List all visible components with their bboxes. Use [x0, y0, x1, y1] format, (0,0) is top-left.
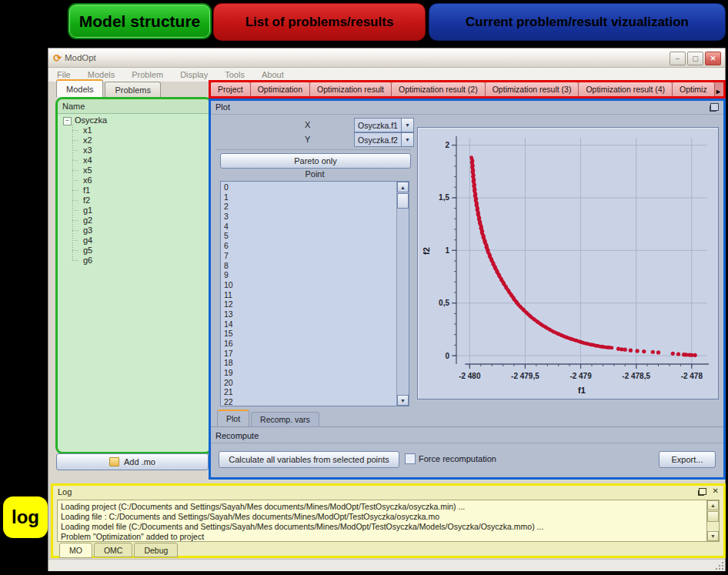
- point-list-item[interactable]: 9: [221, 270, 396, 280]
- float-dock-icon[interactable]: [710, 103, 719, 111]
- menu-file[interactable]: File: [48, 70, 79, 79]
- result-tab-optimiz[interactable]: Optimiz: [673, 82, 715, 96]
- close-button[interactable]: ✕: [705, 52, 721, 65]
- chevron-down-icon[interactable]: ▼: [401, 133, 413, 146]
- titlebar[interactable]: ⟳ ModOpt – ▢ ✕: [48, 48, 725, 68]
- point-list-item[interactable]: 18: [221, 358, 396, 368]
- y-axis-label: Y: [305, 135, 310, 144]
- tree-item-x6[interactable]: x6: [58, 176, 210, 186]
- point-list-item[interactable]: 3: [221, 212, 396, 222]
- svg-text:0,5: 0,5: [439, 299, 449, 307]
- log-output[interactable]: Loading project (C:/Documents and Settin…: [57, 500, 720, 542]
- tree-item-f1[interactable]: f1: [58, 186, 210, 196]
- collapse-expander-icon[interactable]: −: [63, 117, 72, 125]
- point-list-scrollbar[interactable]: ▲ ▼: [396, 182, 409, 406]
- calculate-variables-button[interactable]: Calculate all variables from selected po…: [219, 451, 399, 468]
- svg-text:-2 480: -2 480: [459, 372, 481, 380]
- point-list-item[interactable]: 5: [221, 231, 396, 241]
- modopt-logo-icon: ⟳: [53, 52, 62, 64]
- point-list-item[interactable]: 17: [221, 349, 396, 359]
- menu-about[interactable]: About: [253, 70, 292, 79]
- point-list-item[interactable]: 8: [221, 261, 396, 271]
- log-line: Loading model file (C:/Documents and Set…: [61, 522, 705, 532]
- scroll-down-icon[interactable]: ▼: [397, 395, 409, 406]
- point-list-item[interactable]: 22: [221, 397, 396, 406]
- tree-item-f2[interactable]: f2: [58, 196, 210, 206]
- menu-models[interactable]: Models: [79, 70, 123, 79]
- scroll-up-icon[interactable]: ▲: [707, 500, 719, 510]
- tree-item-g1[interactable]: g1: [58, 206, 210, 216]
- log-tab-debug[interactable]: Debug: [134, 543, 178, 557]
- x-variable-select[interactable]: Osyczka.f1 ▼: [354, 118, 414, 132]
- add-mo-button[interactable]: Add .mo: [56, 453, 209, 470]
- tree-item-g4[interactable]: g4: [58, 236, 210, 246]
- point-list-item[interactable]: 19: [221, 368, 396, 378]
- point-list-item[interactable]: 13: [221, 309, 396, 319]
- point-list-item[interactable]: 11: [221, 290, 396, 300]
- result-tab-optimization-result[interactable]: Optimization result: [310, 82, 392, 96]
- export-button[interactable]: Export...: [659, 451, 716, 468]
- point-list-item[interactable]: 20: [221, 378, 396, 388]
- resize-grip[interactable]: [716, 562, 724, 570]
- tree-item-root[interactable]: Osyczka−: [58, 115, 210, 125]
- svg-text:-2 479: -2 479: [569, 372, 592, 380]
- point-list-item[interactable]: 21: [221, 387, 396, 397]
- result-tab-optimization-result-2-[interactable]: Optimization result (2): [392, 82, 486, 96]
- chevron-down-icon[interactable]: ▼: [401, 119, 413, 132]
- point-list-item[interactable]: 10: [221, 280, 396, 290]
- point-list-item[interactable]: 6: [221, 241, 396, 251]
- log-tab-omc[interactable]: OMC: [94, 543, 133, 557]
- point-list-item[interactable]: 15: [221, 329, 396, 339]
- point-list-item[interactable]: 16: [221, 339, 396, 349]
- log-tab-mo[interactable]: MO: [59, 543, 92, 558]
- result-tab-optimization[interactable]: Optimization: [251, 82, 310, 96]
- scrollbar-thumb[interactable]: [707, 511, 719, 522]
- point-list-item[interactable]: 14: [221, 319, 396, 329]
- menu-tools[interactable]: Tools: [216, 70, 253, 79]
- tree-item-x5[interactable]: x5: [58, 165, 210, 176]
- force-recomputation-checkbox[interactable]: [405, 453, 416, 464]
- pareto-scatter-plot[interactable]: -2 480-2 479,5-2 479-2 478,5-2 47800,511…: [417, 127, 719, 399]
- menu-display[interactable]: Display: [172, 70, 216, 79]
- scrollbar-thumb[interactable]: [397, 193, 409, 209]
- scroll-down-icon[interactable]: ▼: [707, 531, 719, 541]
- close-dock-icon[interactable]: ✕: [713, 487, 719, 495]
- point-list-item[interactable]: 12: [221, 299, 396, 309]
- result-tab-bar: ProjectOptimizationOptimization resultOp…: [209, 80, 726, 99]
- point-list-item[interactable]: 4: [221, 222, 396, 232]
- svg-text:-2 478: -2 478: [681, 372, 703, 380]
- tab-problems[interactable]: Problems: [105, 82, 160, 97]
- screenshot-canvas: Model structure List of problems/results…: [0, 0, 728, 575]
- maximize-button[interactable]: ▢: [687, 52, 703, 65]
- tree-item-g3[interactable]: g3: [58, 226, 210, 236]
- log-scrollbar[interactable]: ▲ ▼: [706, 500, 719, 541]
- y-variable-select[interactable]: Osyczka.f2 ▼: [354, 132, 414, 147]
- float-dock-icon[interactable]: [699, 488, 706, 495]
- divider: [211, 443, 723, 443]
- tab-scroll-right-icon[interactable]: ►: [715, 88, 722, 95]
- plot-tab-plot[interactable]: Plot: [217, 410, 249, 426]
- svg-text:f2: f2: [422, 247, 431, 255]
- tree-item-g2[interactable]: g2: [58, 216, 210, 226]
- log-dock-title: Log: [58, 487, 72, 496]
- pareto-only-button[interactable]: Pareto only: [220, 153, 411, 169]
- tree-item-x4[interactable]: x4: [58, 155, 210, 165]
- minimize-button[interactable]: –: [670, 52, 686, 65]
- tree-item-x1[interactable]: x1: [58, 125, 210, 135]
- result-tab-optimization-result-4-[interactable]: Optimization result (4): [579, 82, 673, 96]
- point-list-item[interactable]: 7: [221, 251, 396, 261]
- point-list-item[interactable]: 2: [221, 202, 396, 212]
- menu-problem[interactable]: Problem: [123, 70, 172, 79]
- tree-item-x2[interactable]: x2: [58, 135, 210, 145]
- scroll-up-icon[interactable]: ▲: [397, 182, 409, 192]
- plot-tab-recomp-vars[interactable]: Recomp. vars: [251, 412, 319, 426]
- tree-item-x3[interactable]: x3: [58, 145, 210, 155]
- point-list-item[interactable]: 0: [221, 182, 396, 192]
- tab-models[interactable]: Models: [56, 79, 103, 97]
- point-list-item[interactable]: 1: [221, 192, 396, 202]
- result-tab-optimization-result-3-[interactable]: Optimization result (3): [486, 82, 579, 96]
- tree-item-g6[interactable]: g6: [58, 256, 210, 266]
- result-tab-project[interactable]: Project: [211, 82, 251, 96]
- point-list[interactable]: 01234567891011121314151617181920212223 ▲…: [220, 181, 409, 406]
- tree-item-g5[interactable]: g5: [58, 246, 210, 256]
